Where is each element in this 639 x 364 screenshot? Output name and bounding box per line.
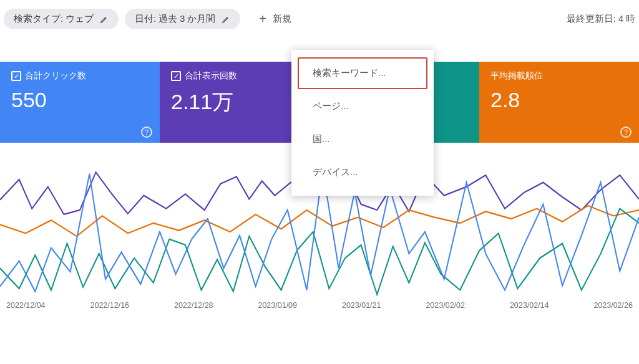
filter-search-type[interactable]: 検索タイプ: ウェブ xyxy=(4,9,119,29)
last-updated-text: 最終更新日: 4 時 xyxy=(567,13,635,25)
dropdown-item-page[interactable]: ページ... xyxy=(298,90,427,122)
x-tick: 2023/02/26 xyxy=(593,301,633,310)
filter-date-range-label: 日付: 過去 3 か月間 xyxy=(135,13,215,25)
dropdown-item-query[interactable]: 検索キーワード... xyxy=(298,57,427,89)
dropdown-item-country[interactable]: 国... xyxy=(298,123,427,155)
help-icon[interactable]: ? xyxy=(620,127,632,138)
metric-clicks-label: 合計クリック数 xyxy=(25,70,86,82)
metric-position-label: 平均掲載順位 xyxy=(490,70,543,82)
dropdown-item-device[interactable]: デバイス... xyxy=(298,156,427,188)
x-tick: 2022/12/04 xyxy=(6,301,46,310)
plus-icon: + xyxy=(259,12,266,26)
add-filter-label: 新規 xyxy=(273,13,291,25)
add-filter-button[interactable]: + 新規 xyxy=(259,12,291,26)
filter-date-range[interactable]: 日付: 過去 3 か月間 xyxy=(125,9,240,29)
metric-impressions-value: 2.11万 xyxy=(171,88,308,117)
filter-search-type-label: 検索タイプ: ウェブ xyxy=(14,13,94,25)
metric-position[interactable]: 平均掲載順位 2.8 ? xyxy=(479,62,639,143)
checkbox-icon: ✓ xyxy=(11,71,21,81)
checkbox-icon: ✓ xyxy=(171,71,181,81)
x-tick: 2023/02/02 xyxy=(426,301,465,310)
x-tick: 2023/01/21 xyxy=(342,301,381,310)
x-tick: 2023/02/14 xyxy=(510,301,549,310)
filter-dropdown: 検索キーワード... ページ... 国... デバイス... xyxy=(291,50,434,196)
metric-impressions-label: 合計表示回数 xyxy=(185,70,237,82)
x-tick: 2022/12/28 xyxy=(174,301,213,310)
x-tick: 2022/12/16 xyxy=(90,301,129,310)
help-icon[interactable]: ? xyxy=(141,127,152,138)
metric-clicks-value: 550 xyxy=(11,88,149,112)
metric-clicks[interactable]: ✓ 合計クリック数 550 ? xyxy=(0,62,160,143)
x-tick: 2023/01/09 xyxy=(258,301,297,310)
x-axis: 2022/12/04 2022/12/16 2022/12/28 2023/01… xyxy=(0,297,639,310)
series-position xyxy=(0,206,639,236)
edit-icon xyxy=(222,15,230,24)
edit-icon xyxy=(100,15,109,24)
metric-position-value: 2.8 xyxy=(490,88,628,112)
